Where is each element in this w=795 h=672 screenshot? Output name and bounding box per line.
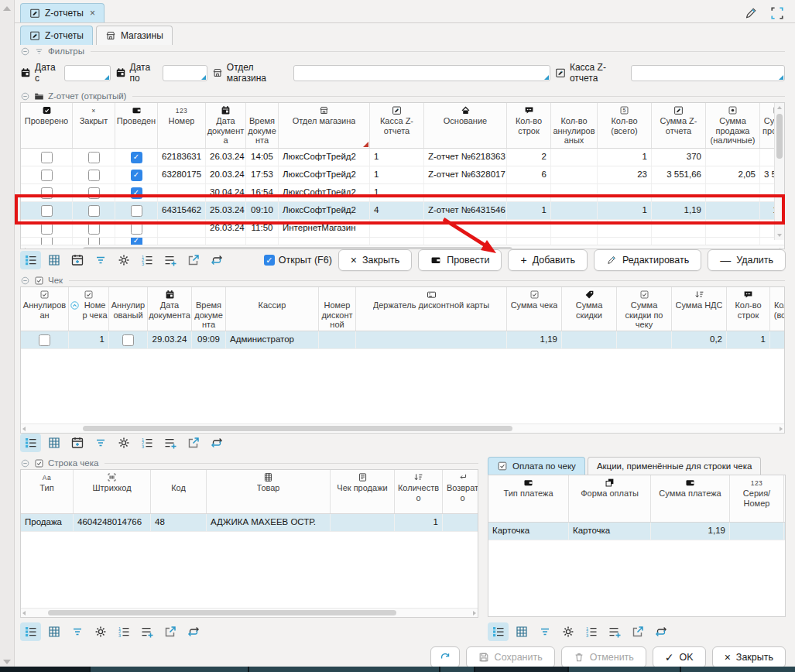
listview-button[interactable] <box>20 434 41 452</box>
scroll-left-icon[interactable] <box>22 611 26 615</box>
save-button[interactable]: Сохранить <box>466 646 555 668</box>
collapse-icon[interactable] <box>20 276 30 286</box>
column-header[interactable]: Кол-во строк <box>727 287 770 331</box>
row-checkbox[interactable]: ✓ <box>131 170 142 181</box>
column-header[interactable]: Сумма продажа (наличные) <box>706 103 760 148</box>
row-checkbox[interactable] <box>88 238 100 245</box>
cancel-button[interactable]: Отменить <box>561 646 646 668</box>
row-checkbox[interactable] <box>41 238 53 245</box>
calplus-button[interactable] <box>67 251 87 269</box>
numlist-button[interactable]: 123 <box>136 434 157 452</box>
vertical-scrollbar[interactable] <box>774 103 784 240</box>
horizontal-scrollbar[interactable] <box>21 608 478 617</box>
gear-button[interactable] <box>90 622 111 641</box>
add-button[interactable]: +Добавить <box>508 249 587 271</box>
numlist-button[interactable]: 123 <box>113 622 134 641</box>
column-header[interactable]: 5Кол-во (всего) <box>598 103 652 148</box>
column-header[interactable]: 123Серия/Номер <box>730 475 784 522</box>
loop-button[interactable] <box>183 622 204 641</box>
table-row[interactable]: ✓30.04.2416:54ЛюксСофтТрейд21 <box>21 184 784 202</box>
column-header[interactable]: 123Номер <box>158 103 206 148</box>
column-header[interactable]: Основание <box>424 103 507 148</box>
funnel-button[interactable] <box>67 622 87 641</box>
row-checkbox[interactable] <box>41 205 53 217</box>
column-header[interactable]: Сумма скидки по чеку <box>617 287 672 331</box>
column-header[interactable]: Сумма НДС <box>672 287 727 331</box>
row-checkbox[interactable] <box>41 223 53 235</box>
open-filter-checkbox[interactable]: ✓ <box>264 255 275 266</box>
date-to-input[interactable] <box>163 65 207 81</box>
scrollbar-thumb[interactable] <box>48 610 396 615</box>
refresh-button[interactable] <box>430 646 460 668</box>
column-header[interactable]: Номер дисконтной <box>319 287 356 331</box>
row-checkbox[interactable] <box>88 187 100 199</box>
external-button[interactable] <box>183 251 204 269</box>
collapse-icon[interactable] <box>20 91 30 101</box>
addlist-button[interactable] <box>604 622 625 641</box>
column-header[interactable]: Время документа <box>246 103 279 148</box>
column-header[interactable]: Касса Z-отчета <box>370 103 424 148</box>
column-header[interactable]: Аннулирован <box>21 287 69 331</box>
column-header[interactable]: Время документа <box>192 287 226 331</box>
column-header[interactable]: Кол-во строк <box>507 103 551 148</box>
funnel-button[interactable] <box>534 622 555 641</box>
row-checkbox[interactable] <box>88 152 100 163</box>
post-button[interactable]: Провести <box>418 249 502 271</box>
sort-ascending-icon[interactable] <box>70 300 80 311</box>
column-header[interactable]: ×Закрыт <box>73 103 115 148</box>
tab-stores[interactable]: Магазины <box>96 26 173 45</box>
open-filter[interactable]: ✓ Открыт (F6) <box>264 255 332 266</box>
external-button[interactable] <box>159 622 180 641</box>
external-button[interactable] <box>627 622 648 641</box>
tab-promotions[interactable]: Акции, применённые для строки чека <box>588 457 762 475</box>
calplus-button[interactable] <box>67 434 87 452</box>
row-checkbox[interactable]: ✓ <box>131 187 142 199</box>
column-header[interactable]: Отдел магазина <box>279 103 370 148</box>
loop-button[interactable] <box>206 251 227 269</box>
grid-button[interactable] <box>43 434 64 452</box>
fullscreen-icon[interactable] <box>770 6 784 20</box>
grid-button[interactable] <box>511 622 532 641</box>
column-header[interactable]: Проверено <box>21 103 73 148</box>
row-checkbox[interactable]: ✓ <box>131 152 142 163</box>
tab-z-reports[interactable]: Z-отчеты <box>20 26 93 45</box>
column-header[interactable]: Код <box>151 470 207 513</box>
addlist-button[interactable] <box>136 622 157 641</box>
row-checkbox[interactable] <box>39 334 50 346</box>
column-header[interactable]: Кассир <box>226 287 319 331</box>
loop-button[interactable] <box>206 434 227 452</box>
column-header[interactable]: Сумма чека <box>507 287 562 331</box>
collapse-icon[interactable] <box>20 46 30 57</box>
row-checkbox[interactable]: ✓ <box>131 238 142 245</box>
edit-icon[interactable] <box>744 6 758 20</box>
row-checkbox[interactable] <box>122 334 134 346</box>
column-header[interactable]: Штрихкод <box>74 470 151 513</box>
row-checkbox[interactable] <box>88 170 100 181</box>
horizontal-scrollbar[interactable] <box>21 423 784 433</box>
scroll-down-icon[interactable] <box>777 234 782 237</box>
left-scroll-strip[interactable] <box>0 0 15 672</box>
scroll-left-icon[interactable] <box>22 427 26 431</box>
column-header[interactable]: Дата документа <box>148 287 192 331</box>
column-header[interactable]: Сумма скидки <box>562 287 617 331</box>
edit-button[interactable]: Редактировать <box>594 249 701 271</box>
grid-button[interactable] <box>43 622 64 641</box>
collapse-icon[interactable] <box>20 458 30 468</box>
gear-button[interactable] <box>113 434 134 452</box>
scroll-up-icon[interactable] <box>3 6 11 11</box>
table-row[interactable]: Продажа460424801476648АДЖИКА МАХЕЕВ ОСТР… <box>21 514 478 532</box>
listview-button[interactable] <box>488 622 509 641</box>
table-row[interactable]: ✓ <box>21 238 784 245</box>
tab-close-icon[interactable]: × <box>90 8 95 19</box>
loop-button[interactable] <box>650 622 671 641</box>
gear-button[interactable] <box>113 251 134 269</box>
table-row[interactable]: ✓6328017520.03.2417:53ЛюксСофтТрейд21Z-о… <box>21 166 784 184</box>
column-header[interactable]: Кол-во аннулированых <box>551 103 598 148</box>
column-header[interactable]: Тип платежа <box>488 475 569 522</box>
scrollbar-thumb[interactable] <box>83 426 512 431</box>
column-header[interactable]: Форма оплаты <box>569 475 651 522</box>
funnel-button[interactable] <box>90 251 111 269</box>
ok-button[interactable]: ✓OK <box>653 646 706 668</box>
scroll-down-icon[interactable] <box>3 660 11 664</box>
row-checkbox[interactable] <box>88 223 100 235</box>
